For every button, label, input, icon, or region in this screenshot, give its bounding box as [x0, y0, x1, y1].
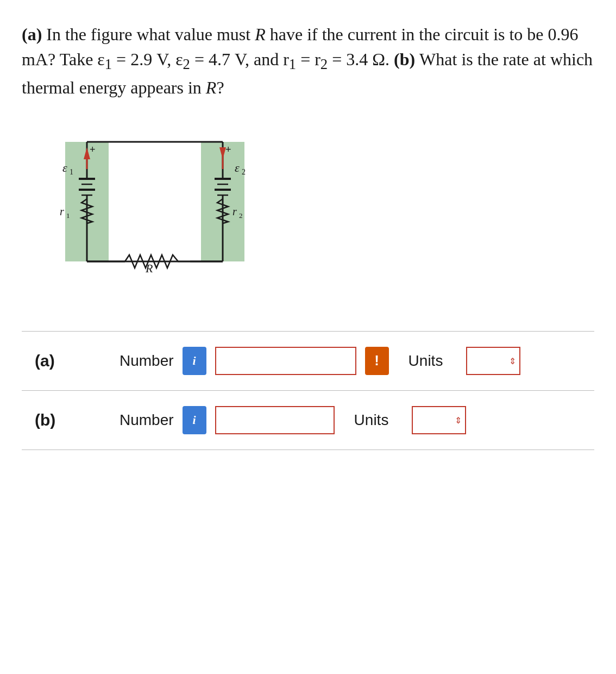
answer-row-b: (b) Number i Units W mW μW — [22, 391, 594, 450]
units-select-a[interactable]: Ω kΩ mΩ — [466, 347, 520, 375]
units-select-b[interactable]: W mW μW — [412, 406, 466, 434]
svg-text:+: + — [90, 144, 96, 155]
svg-text:r: r — [232, 205, 237, 217]
info-button-a[interactable]: i — [183, 347, 206, 375]
svg-text:2: 2 — [239, 211, 243, 220]
svg-text:R: R — [145, 261, 153, 275]
svg-text:ε: ε — [62, 161, 67, 174]
units-select-wrapper-b[interactable]: W mW μW — [412, 406, 466, 434]
svg-text:r: r — [60, 205, 64, 217]
svg-text:1: 1 — [70, 168, 73, 176]
alert-button-a[interactable]: ! — [365, 347, 389, 375]
part-b-label: (b) — [35, 411, 111, 429]
circuit-svg: ε 1 + r 1 ε 2 + r 2 R — [54, 120, 315, 305]
answer-section: (a) Number i ! Units Ω kΩ mΩ (b) Number … — [22, 331, 594, 450]
part-a-label: (a) — [35, 352, 111, 370]
answer-row-a: (a) Number i ! Units Ω kΩ mΩ — [22, 332, 594, 391]
question-text: (a) In the figure what value must R have… — [22, 22, 594, 101]
number-input-b[interactable] — [215, 406, 335, 434]
number-label-a: Number — [120, 352, 174, 370]
svg-text:+: + — [225, 144, 231, 155]
info-button-b[interactable]: i — [183, 406, 206, 434]
units-label-a: Units — [408, 352, 457, 370]
units-select-wrapper-a[interactable]: Ω kΩ mΩ — [466, 347, 520, 375]
units-label-b: Units — [354, 411, 403, 429]
svg-text:1: 1 — [66, 211, 70, 220]
svg-text:2: 2 — [242, 168, 246, 176]
number-input-a[interactable] — [215, 347, 356, 375]
circuit-diagram: ε 1 + r 1 ε 2 + r 2 R — [54, 120, 594, 305]
svg-text:ε: ε — [235, 161, 240, 174]
number-label-b: Number — [120, 411, 174, 429]
part-a-bold: (a) — [22, 24, 42, 44]
